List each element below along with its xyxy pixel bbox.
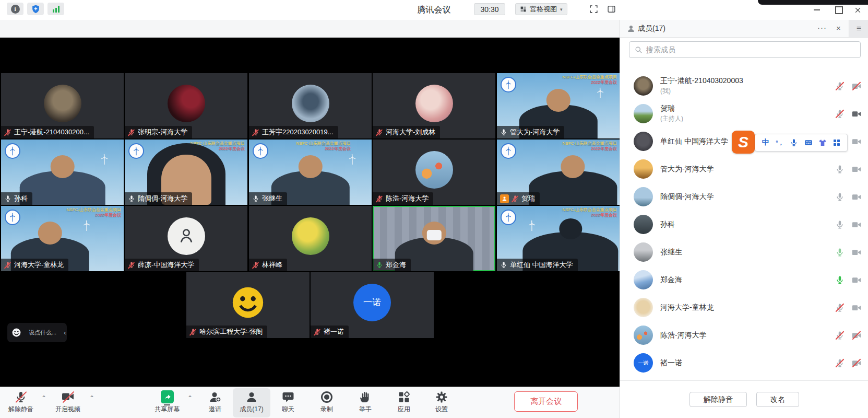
mic-muted-icon[interactable] <box>835 109 845 119</box>
network-status-button[interactable] <box>47 3 64 15</box>
member-row[interactable]: 隋倜倜-河海大学 <box>620 183 868 211</box>
camera-muted-icon[interactable] <box>852 331 861 340</box>
sogou-ime-logo[interactable]: S <box>732 131 755 154</box>
sketch-person-icon <box>176 226 197 247</box>
avatar <box>634 270 653 289</box>
toolbar-unmute[interactable]: 解除静音 <box>0 390 43 414</box>
chat-placeholder[interactable]: 说点什么... <box>29 329 56 336</box>
collapse-chevron-icon[interactable]: ‹ <box>64 329 66 336</box>
camera-muted-icon[interactable] <box>852 358 861 368</box>
video-tile[interactable]: 王芳宇220203020019... <box>249 73 372 138</box>
video-tile[interactable]: NSFC-山东联合基金重点项目2022年度会议 单红仙 中国海洋大学 <box>497 206 620 271</box>
ime-punctuation[interactable]: °， <box>774 137 786 148</box>
video-tile[interactable]: NSFC-山东联合基金重点项目2022年度会议 河海大学-童林龙 <box>1 206 124 271</box>
bottom-toolbar: 解除静音 ⌃ 开启视频 ⌃ 共享屏幕 ⌃ 邀请 成员(17) 聊天 录制 举手 … <box>0 387 620 418</box>
camera-icon[interactable] <box>852 137 861 146</box>
member-row[interactable]: 河海大学-童林龙 <box>620 294 868 321</box>
participant-name: 王芳宇220203020019... <box>262 127 334 137</box>
mic-muted-icon[interactable] <box>835 303 845 312</box>
mic-on-icon <box>128 195 135 202</box>
member-name: 张继生 <box>660 248 835 257</box>
nsfc-logo-icon <box>253 143 268 159</box>
member-search[interactable] <box>629 41 861 58</box>
member-row[interactable]: 管大为-河海大学 <box>620 155 868 183</box>
camera-icon[interactable] <box>852 165 861 174</box>
camera-icon[interactable] <box>852 303 861 312</box>
video-tile[interactable]: 孙科 <box>1 140 124 205</box>
quick-chat-bar[interactable]: 说点什么... ‹ <box>7 323 67 342</box>
meeting-info-button[interactable]: i <box>7 3 23 15</box>
member-row[interactable]: 张继生 <box>620 238 868 266</box>
video-tile[interactable]: 林祥峰 <box>249 206 372 271</box>
video-tile[interactable]: 张明宗-河海大学 <box>125 73 247 138</box>
mic-muted-icon <box>15 391 27 403</box>
minimize-button[interactable] <box>809 3 825 17</box>
member-row[interactable]: 贺瑞(主持人) <box>620 100 868 127</box>
camera-icon[interactable] <box>852 275 861 285</box>
more-options-icon[interactable]: ··· <box>817 23 827 32</box>
video-tile[interactable]: NSFC-山东联合基金重点项目2022年度会议 张继生 <box>249 140 372 205</box>
participant-name: 单红仙 中国海洋大学 <box>510 260 573 270</box>
fullscreen-button[interactable] <box>586 3 601 15</box>
video-tile[interactable]: 哈尔滨工程大学-张阁 <box>186 272 310 338</box>
panel-close-icon[interactable]: × <box>836 24 841 32</box>
mic-muted-icon <box>128 261 135 269</box>
ime-voice-icon[interactable] <box>788 137 800 148</box>
camera-icon[interactable] <box>852 192 861 202</box>
camera-icon[interactable] <box>852 109 861 119</box>
avatar <box>415 85 453 122</box>
ime-keyboard-icon[interactable] <box>803 137 814 148</box>
member-sub: (我) <box>660 87 835 96</box>
video-tile[interactable]: NSFC-山东联合基金重点项目2022年度会议 管大为-河海大学 <box>497 73 620 138</box>
smiley-icon[interactable] <box>11 328 21 338</box>
hamburger-menu-icon[interactable]: ≡ <box>849 20 868 37</box>
chevron-up-icon[interactable]: ⌃ <box>89 394 94 402</box>
search-input[interactable] <box>646 45 855 54</box>
avatar-text: 一诺 <box>638 359 649 367</box>
mic-muted-icon[interactable] <box>835 358 845 368</box>
camera-icon[interactable] <box>852 220 861 229</box>
security-button[interactable] <box>27 3 44 15</box>
toolbar-settings[interactable]: 设置 <box>419 390 464 414</box>
member-name: 褚一诺 <box>660 358 835 368</box>
video-tile[interactable]: 王宁-港航-2104030200... <box>1 73 124 138</box>
raise-hand-icon <box>359 390 372 403</box>
video-tile[interactable]: 陈浩-河海大学 <box>373 140 495 205</box>
mic-icon[interactable] <box>835 220 845 229</box>
member-row[interactable]: 陈浩-河海大学 <box>620 321 868 349</box>
rename-button[interactable]: 改名 <box>756 392 799 407</box>
mic-muted-icon[interactable] <box>835 331 845 340</box>
mic-icon[interactable] <box>835 192 845 202</box>
maximize-button[interactable] <box>831 3 847 17</box>
chevron-up-icon[interactable]: ⌃ <box>187 394 193 402</box>
view-mode-dropdown[interactable]: 宫格视图 ▾ <box>515 3 567 15</box>
video-tile-speaking[interactable]: 郑金海 <box>373 206 495 271</box>
mic-active-icon[interactable] <box>835 275 845 285</box>
ime-skin-icon[interactable] <box>817 137 828 148</box>
close-button[interactable] <box>850 3 865 17</box>
video-tile[interactable]: 一诺 褚一诺 <box>311 272 434 338</box>
mic-muted-icon[interactable] <box>835 82 845 91</box>
participant-name: 张明宗-河海大学 <box>138 127 187 137</box>
side-panel-toggle-button[interactable] <box>603 3 619 15</box>
ime-toolbox-icon[interactable] <box>831 137 842 148</box>
member-row[interactable]: 一诺 褚一诺 <box>620 349 868 377</box>
mic-icon[interactable] <box>835 165 845 174</box>
video-tile[interactable]: 河海大学-刘成林 <box>373 73 495 138</box>
mic-icon[interactable] <box>835 248 845 257</box>
grid-view-icon <box>520 6 527 13</box>
leave-meeting-button[interactable]: 离开会议 <box>514 391 578 412</box>
toolbar-share-screen[interactable]: 共享屏幕 <box>145 390 189 414</box>
ime-chinese-mode[interactable]: 中 <box>760 137 771 148</box>
member-row[interactable]: 郑金海 <box>620 266 868 294</box>
toolbar-start-video[interactable]: 开启视频 <box>45 390 90 414</box>
camera-muted-icon[interactable] <box>852 82 861 91</box>
unmute-button[interactable]: 解除静音 <box>689 392 747 407</box>
ime-toolbar[interactable]: 中 °， <box>755 134 848 152</box>
video-tile[interactable]: 薛凉-中国海洋大学 <box>125 206 247 271</box>
member-row[interactable]: 王宁-港航-210403020003(我) <box>620 72 868 100</box>
camera-icon[interactable] <box>852 248 861 257</box>
video-tile[interactable]: NSFC-山东联合基金重点项目2022年度会议 贺瑞 <box>497 140 620 205</box>
video-tile[interactable]: NSFC-山东联合基金重点项目2022年度会议 隋倜倜-河海大学 <box>125 140 247 205</box>
member-row[interactable]: 孙科 <box>620 211 868 238</box>
